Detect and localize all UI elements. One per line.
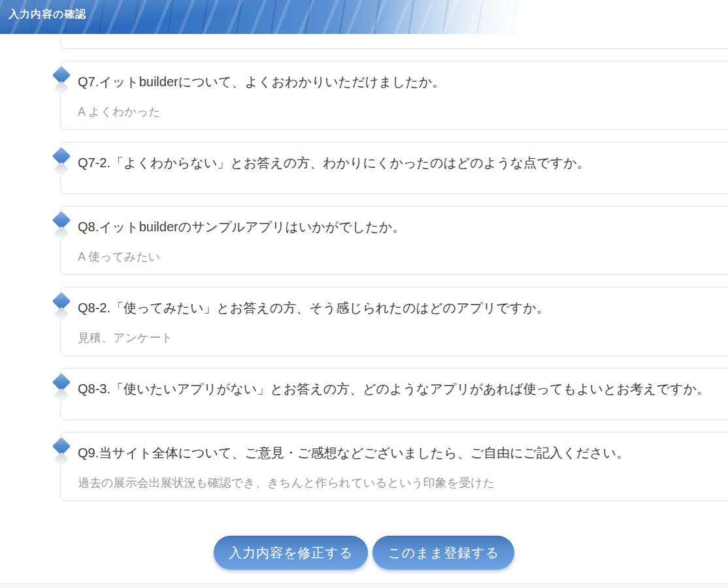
confirmation-list: Q7.イットbuilderについて、よくおわかりいただけましたか。 A よくわか… — [60, 35, 728, 513]
question-answer: A よくわかった — [78, 103, 721, 120]
diamond-icon — [52, 211, 71, 242]
action-button-row: 入力内容を修正する このまま登録する — [0, 536, 728, 570]
question-answer: A 使ってみたい — [78, 248, 721, 265]
header-banner: 入力内容の確認 — [0, 0, 728, 34]
question-label: Q8-3.「使いたいアプリがない」とお答えの方、どのようなアプリがあれば使っても… — [78, 379, 721, 399]
page-title: 入力内容の確認 — [0, 0, 728, 20]
question-card-q8-2: Q8-2.「使ってみたい」とお答えの方、そう感じられたのはどのアプリですか。 見… — [60, 287, 728, 356]
modify-input-button[interactable]: 入力内容を修正する — [214, 536, 368, 570]
question-card-q7-2: Q7-2.「よくわからない」とお答えの方、わかりにくかったのはどのような点ですか… — [60, 142, 728, 194]
question-label: Q7-2.「よくわからない」とお答えの方、わかりにくかったのはどのような点ですか… — [78, 153, 721, 172]
diamond-icon — [52, 437, 71, 468]
diamond-icon — [52, 147, 71, 178]
question-card-q9: Q9.当サイト全体について、ご意見・ご感想などございましたら、ご自由にご記入くだ… — [60, 432, 728, 501]
footer-strip — [0, 583, 728, 588]
question-label: Q8-2.「使ってみたい」とお答えの方、そう感じられたのはどのアプリですか。 — [78, 298, 721, 318]
question-card-q7: Q7.イットbuilderについて、よくおわかりいただけましたか。 A よくわか… — [60, 61, 728, 130]
question-card-q8-3: Q8-3.「使いたいアプリがない」とお答えの方、どのようなアプリがあれば使っても… — [60, 368, 728, 420]
question-label: Q9.当サイト全体について、ご意見・ご感想などございましたら、ご自由にご記入くだ… — [78, 443, 721, 463]
diamond-icon — [52, 373, 71, 404]
diamond-icon — [52, 292, 71, 323]
question-label: Q7.イットbuilderについて、よくおわかりいただけましたか。 — [78, 72, 721, 91]
register-button[interactable]: このまま登録する — [372, 536, 514, 570]
question-label: Q8.イットbuilderのサンプルアプリはいかがでしたか。 — [78, 217, 721, 237]
question-answer: 見積、アンケート — [78, 329, 721, 346]
previous-question-card-clipped — [60, 35, 728, 49]
question-card-q8: Q8.イットbuilderのサンプルアプリはいかがでしたか。 A 使ってみたい — [60, 206, 728, 275]
question-answer: 過去の展示会出展状況も確認でき、きちんと作られているという印象を受けた — [78, 474, 721, 491]
diamond-icon — [52, 66, 71, 97]
